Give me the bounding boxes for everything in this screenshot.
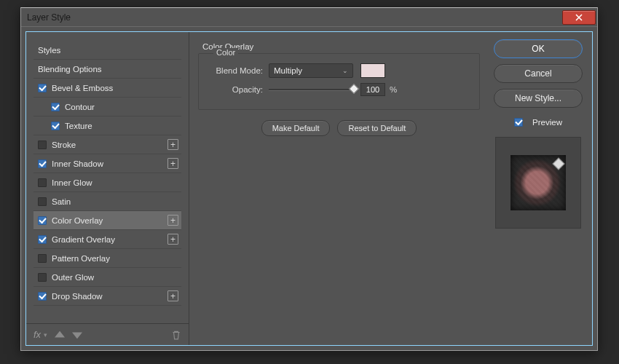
styles-list: Styles Blending Options Bevel & EmbossCo… xyxy=(26,36,189,323)
sidebar-item-label: Color Overlay xyxy=(52,216,103,225)
sidebar-item-texture[interactable]: Texture xyxy=(33,116,181,135)
add-effect-icon[interactable]: + xyxy=(167,215,178,226)
sidebar-item-stroke[interactable]: Stroke+ xyxy=(33,135,181,154)
reset-default-button[interactable]: Reset to Default xyxy=(337,120,417,136)
chevron-down-icon: ⌄ xyxy=(342,67,348,74)
sidebar-item-label: Inner Glow xyxy=(52,178,92,187)
add-effect-icon[interactable]: + xyxy=(167,290,178,301)
opacity-label: Opacity: xyxy=(209,85,269,94)
panel-title: Color Overlay xyxy=(202,42,480,51)
preview-label: Preview xyxy=(532,118,562,127)
sidebar-item-label: Satin xyxy=(52,197,71,206)
effect-checkbox[interactable] xyxy=(38,254,47,263)
slider-track xyxy=(269,89,356,90)
sidebar-item-inner-shadow[interactable]: Inner Shadow+ xyxy=(33,154,181,173)
window-title: Layer Style xyxy=(27,12,71,23)
effect-checkbox[interactable] xyxy=(38,84,47,92)
new-style-button[interactable]: New Style... xyxy=(494,89,583,108)
window-close-button[interactable] xyxy=(562,10,596,25)
blend-mode-value: Multiply xyxy=(274,66,302,75)
opacity-input[interactable]: 100 xyxy=(360,83,385,96)
blend-mode-row: Blend Mode: Multiply ⌄ xyxy=(209,61,469,80)
effect-checkbox[interactable] xyxy=(38,235,47,244)
sidebar-item-label: Styles xyxy=(38,46,60,55)
sidebar-item-label: Gradient Overlay xyxy=(52,235,115,244)
titlebar: Layer Style xyxy=(21,8,597,27)
color-group: Color Blend Mode: Multiply ⌄ Opacity: xyxy=(198,53,480,110)
options-panel: Color Overlay Color Blend Mode: Multiply… xyxy=(189,32,489,345)
sidebar-item-contour[interactable]: Contour xyxy=(33,98,181,116)
effect-checkbox[interactable] xyxy=(51,122,60,130)
trash-icon[interactable] xyxy=(171,330,181,340)
preview-toggle[interactable]: Preview xyxy=(514,118,562,127)
effect-checkbox[interactable] xyxy=(38,178,47,187)
opacity-unit: % xyxy=(390,85,397,94)
effect-checkbox[interactable] xyxy=(51,103,60,111)
effect-checkbox[interactable] xyxy=(38,216,47,225)
sidebar-item-gradient-overlay[interactable]: Gradient Overlay+ xyxy=(33,230,181,249)
add-effect-icon[interactable]: + xyxy=(167,139,178,150)
opacity-row: Opacity: 100 % xyxy=(209,80,469,99)
sidebar-item-label: Outer Glow xyxy=(52,273,94,282)
preview-thumbnail xyxy=(510,155,566,210)
sidebar-item-label: Texture xyxy=(65,122,92,130)
sidebar-footer: fx ▾ xyxy=(26,323,189,345)
sidebar-item-label: Stroke xyxy=(52,141,76,149)
sidebar-item-label: Drop Shadow xyxy=(52,292,103,301)
layer-style-dialog: Layer Style Styles Blending Options Beve… xyxy=(20,7,598,351)
group-legend: Color xyxy=(213,48,238,57)
dialog-body: Styles Blending Options Bevel & EmbossCo… xyxy=(25,31,593,346)
color-swatch[interactable] xyxy=(360,63,385,78)
ok-button[interactable]: OK xyxy=(494,39,583,58)
add-effect-icon[interactable]: + xyxy=(167,158,178,169)
sidebar-item-pattern-overlay[interactable]: Pattern Overlay xyxy=(33,249,181,268)
sidebar-item-styles[interactable]: Styles xyxy=(33,41,181,60)
effect-checkbox[interactable] xyxy=(38,141,47,149)
move-up-icon[interactable] xyxy=(55,330,65,340)
styles-sidebar: Styles Blending Options Bevel & EmbossCo… xyxy=(26,32,189,345)
slider-thumb[interactable] xyxy=(349,84,359,94)
preview-box xyxy=(495,137,581,229)
sidebar-item-blending-options[interactable]: Blending Options xyxy=(33,60,181,79)
effect-checkbox[interactable] xyxy=(38,197,47,206)
preview-checkbox[interactable] xyxy=(514,118,523,127)
effect-checkbox[interactable] xyxy=(38,292,47,301)
close-icon xyxy=(575,14,583,21)
sidebar-item-drop-shadow[interactable]: Drop Shadow+ xyxy=(33,287,181,306)
fx-caret-icon: ▾ xyxy=(44,331,47,339)
sidebar-item-label: Inner Shadow xyxy=(52,159,103,168)
default-buttons-row: Make Default Reset to Default xyxy=(198,120,480,136)
sidebar-item-color-overlay[interactable]: Color Overlay+ xyxy=(33,211,181,230)
make-default-button[interactable]: Make Default xyxy=(261,120,331,136)
cancel-button[interactable]: Cancel xyxy=(494,64,583,83)
effect-checkbox[interactable] xyxy=(38,159,47,168)
fx-menu-button[interactable]: fx xyxy=(33,329,41,340)
action-column: OK Cancel New Style... Preview xyxy=(489,32,592,345)
move-down-icon[interactable] xyxy=(72,330,82,340)
sidebar-item-satin[interactable]: Satin xyxy=(33,192,181,211)
blend-mode-label: Blend Mode: xyxy=(209,66,269,75)
sidebar-item-label: Blending Options xyxy=(38,65,102,74)
sidebar-item-label: Bevel & Emboss xyxy=(52,84,113,92)
effect-checkbox[interactable] xyxy=(38,273,47,282)
opacity-slider[interactable] xyxy=(269,84,356,95)
add-effect-icon[interactable]: + xyxy=(167,234,178,245)
sidebar-item-label: Contour xyxy=(65,103,95,111)
sidebar-item-outer-glow[interactable]: Outer Glow xyxy=(33,268,181,287)
blend-mode-select[interactable]: Multiply ⌄ xyxy=(269,63,353,78)
sidebar-item-bevel-emboss[interactable]: Bevel & Emboss xyxy=(33,79,181,98)
sidebar-item-inner-glow[interactable]: Inner Glow xyxy=(33,173,181,192)
sidebar-item-label: Pattern Overlay xyxy=(52,254,110,263)
